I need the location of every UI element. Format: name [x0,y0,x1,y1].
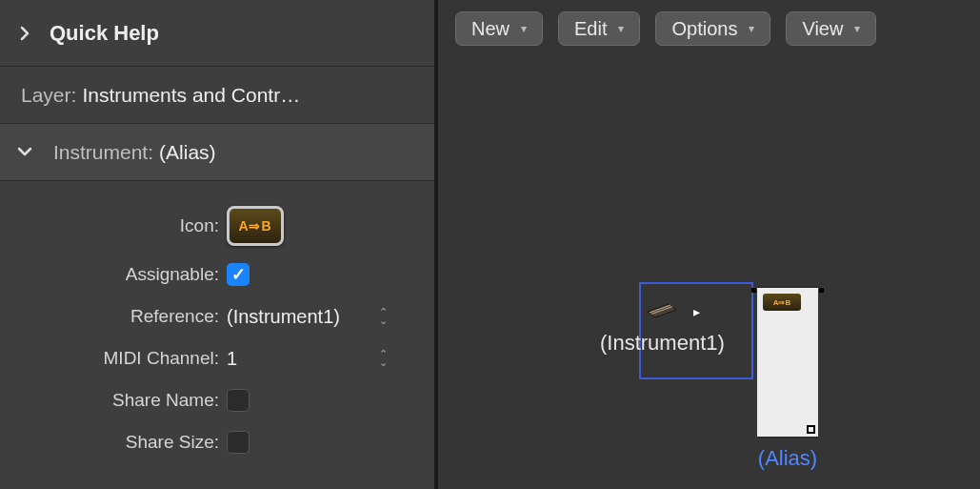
prop-label: Share Size: [0,432,219,453]
layer-row[interactable]: Layer: Instruments and Contr… [0,67,434,124]
button-label: Edit [574,18,607,40]
reference-stepper[interactable]: ⌃ ⌄ [374,306,391,327]
keyboard-icon: ▸ [646,300,678,321]
prop-label: MIDI Channel: [0,348,219,369]
edit-button[interactable]: Edit ▾ [558,11,640,46]
alias-ab-icon[interactable]: A⇒B [227,206,284,246]
chevron-down-icon: ▾ [749,22,754,35]
prop-icon-row: Icon: A⇒B [0,198,434,254]
node-label: (Alias) [757,446,818,471]
chevron-down-icon: ▾ [618,22,624,35]
chevron-down-icon: ▾ [521,22,527,35]
input-port-icon [751,288,756,293]
prop-label: Assignable: [0,264,219,285]
assignable-checkbox[interactable]: ✓ [227,263,250,286]
quick-help-title: Quick Help [50,21,159,46]
prop-label: Share Name: [0,390,219,411]
chevron-down-icon: ▾ [854,22,860,35]
output-triangle-icon: ▸ [693,304,700,319]
midi-channel-value[interactable]: 1 [227,348,237,370]
chevron-down-icon [17,140,40,165]
inspector-panel: Quick Help Layer: Instruments and Contr…… [0,0,438,489]
prop-midi-channel-row: MIDI Channel: 1 ⌃ ⌄ [0,337,434,379]
prop-label: Icon: [0,215,219,236]
output-port-icon [807,425,815,434]
alias-node[interactable]: A⇒B (Alias) [757,286,818,471]
instrument-label: Instrument: [53,141,153,164]
chevron-right-icon [17,22,40,45]
port-icon [819,288,824,293]
instrument-section-header[interactable]: Instrument: (Alias) [0,124,434,181]
share-name-checkbox[interactable] [227,389,250,412]
button-label: View [802,18,843,40]
button-label: New [471,18,510,40]
prop-assignable-row: Assignable: ✓ [0,254,434,295]
alias-object-body[interactable]: A⇒B [757,286,818,438]
button-label: Options [671,18,737,40]
instrument1-node[interactable]: ▸ (Instrument1) [600,300,725,356]
reference-value[interactable]: (Instrument1) [227,306,340,328]
node-label: (Instrument1) [600,331,725,356]
layer-value: Instruments and Contr… [82,84,300,107]
chevron-down-icon: ⌄ [379,316,388,325]
options-button[interactable]: Options ▾ [655,11,770,46]
share-size-checkbox[interactable] [227,431,250,454]
chevron-down-icon: ⌄ [379,358,388,367]
prop-reference-row: Reference: (Instrument1) ⌃ ⌄ [0,295,434,337]
prop-share-name-row: Share Name: [0,379,434,421]
quick-help-header[interactable]: Quick Help [0,0,434,67]
alias-ab-icon: A⇒B [763,294,801,311]
toolbar: New ▾ Edit ▾ Options ▾ View ▾ [438,0,980,57]
environment-panel: New ▾ Edit ▾ Options ▾ View ▾ ▸ [438,0,980,489]
view-button[interactable]: View ▾ [786,11,876,46]
properties-list: Icon: A⇒B Assignable: ✓ Reference: (Inst… [0,181,434,463]
prop-share-size-row: Share Size: [0,421,434,463]
environment-canvas[interactable]: ▸ (Instrument1) A⇒B (Alias) [438,57,980,489]
prop-label: Reference: [0,306,219,327]
layer-label: Layer: [21,84,76,107]
midi-channel-stepper[interactable]: ⌃ ⌄ [374,348,391,369]
new-button[interactable]: New ▾ [455,11,543,46]
instrument-value: (Alias) [159,141,216,164]
